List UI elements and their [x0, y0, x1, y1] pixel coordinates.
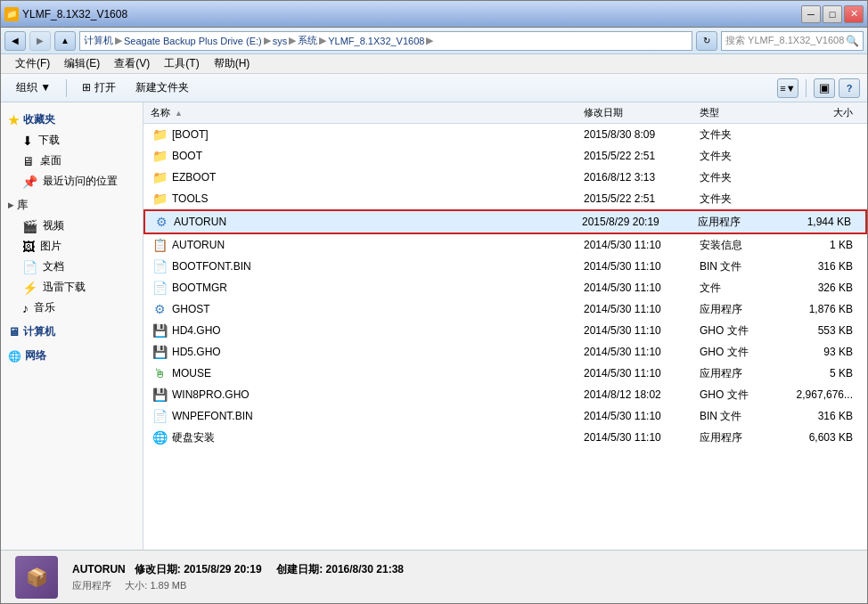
search-box[interactable]: 🔍 [721, 31, 864, 51]
nav-documents[interactable]: 📄 文档 [1, 257, 143, 277]
file-size-12: 2,967,676... [780, 388, 860, 401]
statusbar: 📦 AUTORUN 修改日期: 2015/8/29 20:19 创建日期: 20… [1, 550, 867, 603]
help-button[interactable]: ? [839, 78, 860, 98]
nav-recent-label: 最近访问的位置 [43, 174, 118, 189]
breadcrumb-drive[interactable]: Seagate Backup Plus Drive (E:) [124, 36, 262, 46]
file-type-6: BIN 文件 [700, 259, 780, 274]
organize-button[interactable]: 组织 ▼ [8, 78, 59, 99]
file-icon-2: 📁 [151, 168, 168, 186]
menu-edit[interactable]: 编辑(E) [57, 54, 107, 73]
search-input[interactable] [725, 36, 846, 46]
file-date-6: 2014/5/30 11:10 [584, 260, 700, 273]
forward-button[interactable]: ▶ [29, 31, 51, 51]
file-row[interactable]: ⚙ AUTORUN 2015/8/29 20:19 应用程序 1,944 KB [143, 209, 867, 234]
breadcrumb-computer[interactable]: 计算机 [84, 34, 113, 47]
file-row[interactable]: 📁 EZBOOT 2016/8/12 3:13 文件夹 [143, 167, 867, 188]
nav-download[interactable]: ⬇ 下载 [1, 130, 143, 151]
preview-pane-button[interactable]: ▣ [814, 78, 835, 98]
file-date-10: 2014/5/30 11:10 [584, 346, 700, 358]
file-date-1: 2015/5/22 2:51 [584, 150, 700, 162]
file-size-14: 6,603 KB [780, 431, 860, 444]
file-row[interactable]: 📄 BOOTMGR 2014/5/30 11:10 文件 326 KB [143, 277, 867, 298]
col-header-type[interactable]: 类型 [700, 106, 780, 119]
file-name-5: AUTORUN [172, 239, 584, 251]
network-header[interactable]: 🌐 网络 [1, 346, 143, 366]
nav-recent[interactable]: 📌 最近访问的位置 [1, 171, 143, 192]
file-name-11: MOUSE [172, 367, 584, 380]
network-label: 网络 [25, 348, 46, 363]
file-icon-12: 💾 [151, 386, 168, 404]
refresh-button[interactable]: ↻ [696, 31, 717, 51]
breadcrumb-bar[interactable]: 计算机 ▶ Seagate Backup Plus Drive (E:) ▶ s… [79, 31, 692, 51]
file-row[interactable]: 📁 TOOLS 2015/5/22 2:51 文件夹 [143, 188, 867, 209]
up-button[interactable]: ▲ [54, 31, 76, 51]
file-row[interactable]: 📁 [BOOT] 2015/8/30 8:09 文件夹 [143, 124, 867, 145]
close-button[interactable]: ✕ [844, 5, 864, 23]
breadcrumb-current[interactable]: YLMF_8.1X32_V1608 [328, 36, 424, 46]
nav-thunder-label: 迅雷下载 [43, 280, 86, 295]
computer-label: 计算机 [23, 324, 55, 339]
titlebar-controls: ─ □ ✕ [801, 5, 864, 23]
favorites-header[interactable]: ★ 收藏夹 [1, 110, 143, 130]
nav-desktop[interactable]: 🖥 桌面 [1, 151, 143, 171]
nav-thunder[interactable]: ⚡ 迅雷下载 [1, 277, 143, 298]
menu-tools[interactable]: 工具(T) [157, 54, 206, 73]
file-row[interactable]: 📁 BOOT 2015/5/22 2:51 文件夹 [143, 145, 867, 167]
right-panel: 名称 ▲ 修改日期 类型 大小 📁 [BOOT] 2015/8/30 8:09 … [143, 102, 867, 550]
nav-video[interactable]: 🎬 视频 [1, 216, 143, 236]
library-header[interactable]: ▶ 库 [1, 195, 143, 216]
file-row[interactable]: 💾 WIN8PRO.GHO 2014/8/12 18:02 GHO 文件 2,9… [143, 384, 867, 405]
col-header-date[interactable]: 修改日期 [584, 106, 700, 119]
new-folder-button[interactable]: 新建文件夹 [127, 78, 197, 99]
desktop-icon: 🖥 [22, 154, 35, 168]
star-icon: ★ [8, 113, 20, 127]
file-row[interactable]: 🖱 MOUSE 2014/5/30 11:10 应用程序 5 KB [143, 363, 867, 384]
file-size-7: 326 KB [780, 282, 860, 294]
library-label: 库 [17, 198, 28, 213]
file-date-13: 2014/5/30 11:10 [584, 410, 700, 422]
file-row[interactable]: 🌐 硬盘安装 2014/5/30 11:10 应用程序 6,603 KB [143, 427, 867, 448]
file-row[interactable]: 💾 HD4.GHO 2014/5/30 11:10 GHO 文件 553 KB [143, 320, 867, 341]
col-header-size[interactable]: 大小 [780, 106, 860, 119]
status-filename: AUTORUN 修改日期: 2015/8/29 20:19 创建日期: 2016… [72, 562, 404, 577]
file-type-5: 安装信息 [700, 238, 780, 253]
file-row[interactable]: 📋 AUTORUN 2014/5/30 11:10 安装信息 1 KB [143, 234, 867, 256]
file-date-0: 2015/8/30 8:09 [584, 128, 700, 141]
file-row[interactable]: 💾 HD5.GHO 2014/5/30 11:10 GHO 文件 93 KB [143, 341, 867, 363]
back-button[interactable]: ◀ [4, 31, 26, 51]
minimize-button[interactable]: ─ [801, 5, 821, 23]
thunder-icon: ⚡ [22, 281, 37, 295]
file-size-6: 316 KB [780, 260, 860, 273]
file-row[interactable]: 📄 WNPEFONT.BIN 2014/5/30 11:10 BIN 文件 31… [143, 405, 867, 427]
explorer-window: 📁 YLMF_8.1X32_V1608 ─ □ ✕ ◀ ▶ ▲ 计算机 ▶ Se… [0, 0, 868, 604]
menu-file[interactable]: 文件(F) [8, 54, 57, 73]
file-type-4: 应用程序 [698, 215, 778, 230]
breadcrumb-sys[interactable]: sys [273, 36, 288, 46]
file-name-10: HD5.GHO [172, 346, 584, 358]
file-type-13: BIN 文件 [700, 409, 780, 424]
col-header-name[interactable]: 名称 ▲ [151, 106, 584, 119]
maximize-button[interactable]: □ [823, 5, 842, 23]
breadcrumb-system[interactable]: 系统 [298, 34, 317, 47]
toolbar-separator-1 [66, 79, 67, 97]
file-icon-13: 📄 [151, 407, 168, 425]
nav-download-label: 下载 [38, 133, 60, 148]
file-date-4: 2015/8/29 20:19 [582, 216, 698, 228]
view-mode-button[interactable]: ≡▼ [777, 78, 798, 98]
status-info: AUTORUN 修改日期: 2015/8/29 20:19 创建日期: 2016… [72, 562, 404, 592]
file-name-9: HD4.GHO [172, 324, 584, 337]
file-row[interactable]: ⚙ GHOST 2014/5/30 11:10 应用程序 1,876 KB [143, 298, 867, 320]
open-button[interactable]: ⊞ 打开 [74, 78, 123, 99]
toolbar: 组织 ▼ ⊞ 打开 新建文件夹 ≡▼ ▣ ? [1, 74, 867, 102]
menu-help[interactable]: 帮助(H) [207, 54, 258, 73]
nav-pictures[interactable]: 🖼 图片 [1, 236, 143, 257]
computer-header[interactable]: 🖥 计算机 [1, 322, 143, 342]
nav-music[interactable]: ♪ 音乐 [1, 298, 143, 318]
file-icon-4: ⚙ [152, 213, 170, 231]
status-details: 应用程序 大小: 1.89 MB [72, 579, 404, 592]
file-type-1: 文件夹 [700, 149, 780, 164]
file-date-8: 2014/5/30 11:10 [584, 303, 700, 315]
menu-view[interactable]: 查看(V) [107, 54, 157, 73]
titlebar-left: 📁 YLMF_8.1X32_V1608 [4, 7, 127, 21]
file-row[interactable]: 📄 BOOTFONT.BIN 2014/5/30 11:10 BIN 文件 31… [143, 256, 867, 277]
